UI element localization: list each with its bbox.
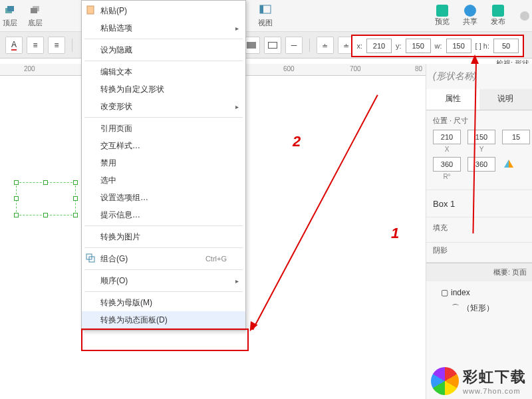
layers-icon <box>3 3 17 17</box>
watermark-url: www.7hon.com <box>463 387 527 395</box>
ctx-interaction[interactable]: 交互样式… <box>82 137 245 154</box>
outline-item-page[interactable]: ▢ index <box>432 285 527 300</box>
ctx-order[interactable]: 顺序(O) <box>82 272 245 289</box>
ctx-to-image[interactable]: 转换为图片 <box>82 228 245 245</box>
y-label: y: <box>396 42 402 50</box>
resize-handle[interactable] <box>14 213 19 217</box>
separator <box>84 39 243 39</box>
position-size-readout: x: y: w: [ ] h: <box>351 35 524 57</box>
ctx-ref-page[interactable]: 引用页面 <box>82 120 245 137</box>
bottom-layer-button[interactable]: 底层 <box>28 3 43 28</box>
svg-rect-3 <box>31 8 37 13</box>
page-icon: ▢ <box>441 288 448 297</box>
x-label: x: <box>356 42 362 50</box>
h-input[interactable] <box>493 39 519 53</box>
context-menu: 粘贴(P) 粘贴选项 设为隐藏 编辑文本 转换为自定义形状 改变形状 引用页面 … <box>81 0 246 331</box>
svg-rect-1 <box>7 6 14 11</box>
selected-shape[interactable] <box>16 182 76 215</box>
paste-icon <box>86 5 96 16</box>
ctx-disable[interactable]: 禁用 <box>82 154 245 172</box>
resize-handle[interactable] <box>73 213 78 217</box>
ctx-paste[interactable]: 粘贴(P) <box>82 2 245 19</box>
ctx-to-dynamic-panel[interactable]: 转换为动态面板(D) <box>82 311 245 329</box>
ctx-paste-options[interactable]: 粘贴选项 <box>82 19 245 37</box>
panel-r2-input[interactable] <box>467 157 495 172</box>
flip-icon[interactable] <box>502 157 515 180</box>
shape-name-placeholder[interactable]: (形状名称) <box>426 64 532 89</box>
separator <box>84 61 243 61</box>
align-button[interactable]: ≡ <box>27 37 44 54</box>
svg-rect-6 <box>260 5 263 13</box>
view-button[interactable]: 视图 <box>258 3 273 28</box>
border-button[interactable] <box>264 37 281 54</box>
main-toolbar: 顶层 底层 取消锁定 视图 预览 共享 发布 <box>0 0 532 32</box>
view-icon <box>259 3 272 17</box>
shadow-section-label: 阴影 <box>433 245 525 255</box>
play-icon <box>436 5 448 17</box>
resize-handle[interactable] <box>14 180 19 185</box>
shape-icon: ⌒ <box>452 303 460 314</box>
separator <box>84 225 243 226</box>
inspector-tabs: 属性 说明 <box>426 89 532 110</box>
preview-button[interactable]: 预览 <box>431 3 454 28</box>
outline-header[interactable]: 概要: 页面 <box>426 263 532 281</box>
ctx-change-shape[interactable]: 改变形状 <box>82 98 245 115</box>
widget-name-input[interactable] <box>433 196 525 211</box>
cloud-icon <box>464 5 476 17</box>
ctx-set-option-group[interactable]: 设置选项组… <box>82 189 245 206</box>
inspector-panel: (形状名称) 属性 说明 位置 · 尺寸 X Y R° 填充 阴影 概要: 页面… <box>426 64 532 399</box>
ctx-to-master[interactable]: 转换为母版(M) <box>82 294 245 311</box>
separator <box>84 247 243 248</box>
outline-item-shape[interactable]: ⌒ （矩形） <box>432 300 527 317</box>
tab-notes[interactable]: 说明 <box>479 89 533 110</box>
watermark-title: 彩虹下载 <box>463 367 527 387</box>
panel-x-input[interactable] <box>433 130 461 144</box>
download-icon <box>492 5 504 17</box>
position-size-section: 位置 · 尺寸 X Y R° <box>426 110 532 190</box>
separator <box>84 269 243 270</box>
layers-back-icon <box>29 3 42 17</box>
share-button[interactable]: 共享 <box>459 3 481 28</box>
ctx-select[interactable]: 选中 <box>82 172 245 189</box>
separator <box>84 291 243 292</box>
x-input[interactable] <box>366 39 392 53</box>
publish-button[interactable]: 发布 <box>487 3 509 28</box>
ctx-hint[interactable]: 提示信息… <box>82 206 245 223</box>
outline-tree: ▢ index ⌒ （矩形） <box>426 281 532 321</box>
watermark: 彩虹下载 www.7hon.com <box>431 367 527 395</box>
annotation-number-2: 2 <box>293 133 301 150</box>
y-input[interactable] <box>406 39 431 53</box>
panel-w-input[interactable] <box>502 130 530 144</box>
svg-rect-7 <box>87 6 94 14</box>
ctx-group[interactable]: 组合(G) Ctrl+G <box>82 250 245 267</box>
line-style-button[interactable]: ─ <box>285 37 303 54</box>
ctx-to-custom-shape: 转换为自定义形状 <box>82 80 245 98</box>
panel-y-input[interactable] <box>467 130 495 144</box>
ctx-set-hidden[interactable]: 设为隐藏 <box>82 41 245 59</box>
w-input[interactable] <box>446 39 471 53</box>
top-layer-button[interactable]: 顶层 <box>3 3 17 28</box>
valign-button[interactable]: ≡ <box>48 37 65 54</box>
text-color-button[interactable]: A <box>5 37 23 54</box>
w-label: w: <box>435 42 442 50</box>
resize-handle[interactable] <box>73 180 78 185</box>
ctx-edit-text[interactable]: 编辑文本 <box>82 63 245 80</box>
separator <box>84 117 243 118</box>
align-left-button[interactable]: ⫨ <box>317 37 334 54</box>
rainbow-logo-icon <box>431 367 459 395</box>
tab-properties[interactable]: 属性 <box>426 89 479 110</box>
resize-handle[interactable] <box>43 213 48 217</box>
resize-handle[interactable] <box>43 180 48 185</box>
fill-section-label: 填充 <box>433 223 525 233</box>
user-icon[interactable] <box>520 11 529 21</box>
resize-handle[interactable] <box>14 196 19 201</box>
resize-handle[interactable] <box>73 196 78 201</box>
annotation-number-1: 1 <box>391 225 399 242</box>
h-label: [ ] h: <box>475 42 489 50</box>
group-icon <box>86 253 96 264</box>
panel-r1-input[interactable] <box>433 157 461 172</box>
